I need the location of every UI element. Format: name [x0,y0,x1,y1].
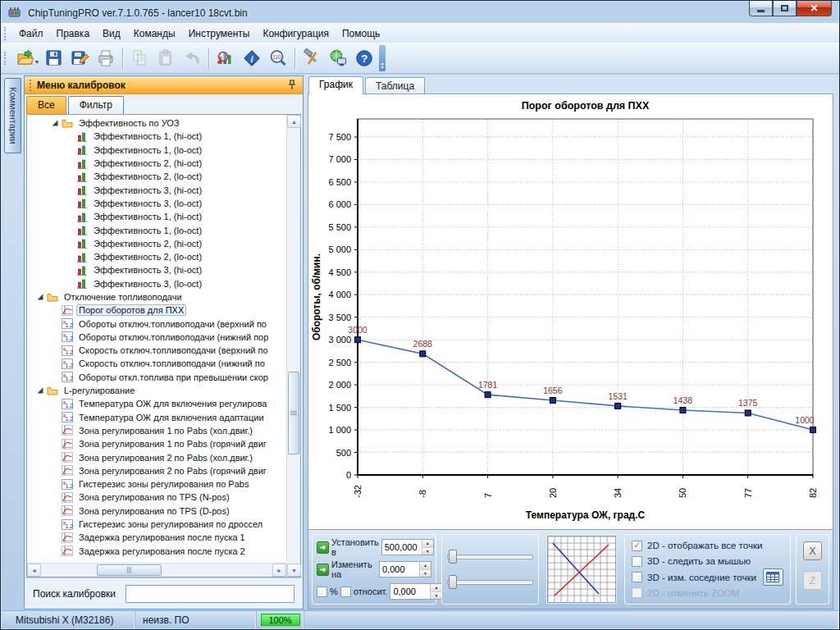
tree-item[interactable]: Эффективность 2, (hi-oct) [27,157,286,170]
spin-up-icon[interactable]: ▲ [420,562,431,570]
tree-item[interactable]: Эффективность 2, (hi-oct) [27,237,286,250]
apply-change-icon[interactable]: ➜ [317,564,329,576]
relative-checkbox[interactable] [340,587,351,597]
chart-analyze-button[interactable] [212,45,239,71]
slider-2-thumb[interactable] [449,575,457,589]
chart[interactable]: Порог оборотов для ПХХ05001 0001 5002 00… [308,94,833,530]
menu-item[interactable]: Помощь [336,25,386,42]
search-input[interactable] [126,585,294,603]
scroll-up-icon[interactable]: ▲ [287,115,301,128]
view-tab-graph[interactable]: График [308,76,363,94]
grid-table-button[interactable] [763,568,783,586]
tree-item[interactable]: Эффективность 3, (hi-oct) [27,263,286,276]
slider-1-thumb[interactable] [449,550,457,564]
tree-item[interactable]: Эффективность 3, (lo-oct) [27,197,286,210]
minimize-button[interactable] [749,1,773,16]
vscroll-thumb[interactable] [288,372,299,454]
scroll-left-icon[interactable]: ◄ [27,564,41,577]
menu-item[interactable]: Инструменты [182,25,257,42]
calibration-tab-inactive[interactable]: Фильтр [68,96,124,114]
tree-item[interactable]: 1.2Гистерезис зоны регулирования по дрос… [27,518,286,531]
set-to-spinbox[interactable]: 500,000 ▲▼ [381,539,434,555]
tree-item[interactable]: Эффективность 1, (lo-oct) [27,144,286,157]
tree-expander-icon[interactable] [37,294,43,300]
menu-item[interactable]: Файл [12,25,50,42]
tree-item[interactable]: 1.2Скорость отключ.топливоподачи (верхни… [27,344,286,357]
tree-item[interactable]: 1.2Обороты отключ.топливоподачи (нижний … [27,331,286,344]
menu-item[interactable]: Команды [127,25,182,42]
spin-up-icon[interactable]: ▲ [431,584,441,592]
menu-item[interactable]: Правка [50,25,97,42]
info-button[interactable]: i [239,45,265,71]
tree-item[interactable]: Эффективность 3, (lo-oct) [27,277,286,290]
tree-item[interactable]: 1.2Температура ОЖ для включения адаптаци… [27,411,286,424]
close-button[interactable]: ✕ [797,1,832,16]
spin-up-icon[interactable]: ▲ [422,540,433,548]
change-by-value[interactable]: 0,000 [380,562,419,577]
tree-item[interactable]: 1.2Скорость отключ.топливоподачи (нижний… [27,357,286,370]
tree-item[interactable]: Зона регулирования по TPS (D-pos) [27,504,286,518]
tree-item[interactable]: Зона регулирования 1 по Pabs (горячий дв… [27,437,286,450]
save-button[interactable] [40,45,66,71]
hscroll-thumb[interactable] [97,564,162,576]
tree-item[interactable]: 1.2Обороты откл.топлива при превышении с… [27,371,286,384]
tree-item[interactable]: 1.2Температура ОЖ для включения регулиро… [27,397,286,410]
spin-down-icon[interactable]: ▼ [422,548,433,555]
vertical-scrollbar[interactable]: ▲ ▼ [286,115,300,577]
print-button[interactable] [93,45,119,71]
tree-folder[interactable]: Эффективность по УОЗ [27,116,286,130]
menu-item[interactable]: Вид [96,25,127,42]
tree-item-label: Зона регулирования 2 по Pabs (горячий дв… [76,465,269,477]
set-to-value[interactable]: 500,000 [382,540,422,555]
slider-1[interactable] [446,550,534,564]
relative-spinbox[interactable]: 0,000 ▲▼ [390,583,442,600]
z-axis-button[interactable]: Z [803,571,822,590]
view-tab-table[interactable]: Таблица [365,77,425,94]
tree-item[interactable]: 1.2Гистерезис зоны регулирования по Pabs [27,477,286,491]
change-by-spinbox[interactable]: 0,000 ▲▼ [379,561,431,578]
tree-item[interactable]: Задержка регулирования после пуска 2 [27,545,286,558]
percent-checkbox[interactable] [317,587,327,597]
tree-item[interactable]: Эффективность 1, (hi-oct) [27,130,286,143]
save-as-button[interactable] [66,45,93,71]
tree-item[interactable]: Задержка регулирования после пуска 1 [27,531,286,544]
menu-item[interactable]: Конфигурация [256,25,336,42]
tree-folder[interactable]: L-регулирование [27,384,286,397]
tree-item[interactable]: Эффективность 1, (hi-oct) [27,210,286,223]
calibration-tab-active[interactable]: Все [26,96,66,114]
tree-item[interactable]: 1.2Обороты отключ.топливоподачи (верхний… [27,317,286,330]
tree-item[interactable]: Эффективность 3, (hi-oct) [27,183,286,196]
tree-expander-icon[interactable] [37,387,43,394]
tree-item[interactable]: Зона регулирования по TPS (N-pos) [27,491,286,504]
toolbar-overflow-chevron[interactable]: ▾▾ [379,45,386,71]
scroll-down-icon[interactable]: ▼ [287,564,301,577]
spin-down-icon[interactable]: ▼ [431,592,441,600]
spin-down-icon[interactable]: ▼ [420,570,431,578]
tree-expander-icon[interactable] [52,120,58,126]
display-option-checkbox[interactable] [632,556,642,567]
x-axis-button[interactable]: X [803,541,822,560]
comments-panel-tab[interactable]: Комментарии [4,78,21,153]
tree-item[interactable]: Эффективность 2, (lo-oct) [27,170,286,183]
tree-item[interactable]: Эффективность 2, (lo-oct) [27,250,286,263]
help-button[interactable]: ? [351,45,377,71]
tree-item[interactable]: Зона регулирования 1 по Pabs (хол.двиг.) [27,424,286,437]
tools-button[interactable] [299,45,325,71]
display-option-checkbox[interactable] [632,572,642,582]
zoom-110-button[interactable]: 110 [265,45,291,71]
tree-item[interactable]: Эффективность 1, (lo-oct) [27,223,286,236]
open-dropdown-caret-icon[interactable]: ▾ [35,58,39,66]
maximize-button[interactable] [773,1,797,16]
pin-icon[interactable] [286,80,298,91]
tree-item[interactable]: Зона регулирования 2 по Pabs (хол.двиг.) [27,450,286,463]
display-option-checkbox[interactable] [632,541,642,551]
slider-2[interactable] [446,575,534,589]
apply-set-icon[interactable]: ➜ [317,541,329,554]
relative-value[interactable]: 0,000 [390,584,430,599]
scroll-right-icon[interactable]: ► [272,564,286,577]
tree-folder[interactable]: Отключение топливоподачи [27,290,286,304]
web-button[interactable] [325,45,351,71]
tree-item[interactable]: Порог оборотов для ПХХ [27,304,286,317]
tree-item[interactable]: Зона регулирования 2 по Pabs (горячий дв… [27,464,286,477]
horizontal-scrollbar[interactable]: ◄ ► [27,563,286,577]
